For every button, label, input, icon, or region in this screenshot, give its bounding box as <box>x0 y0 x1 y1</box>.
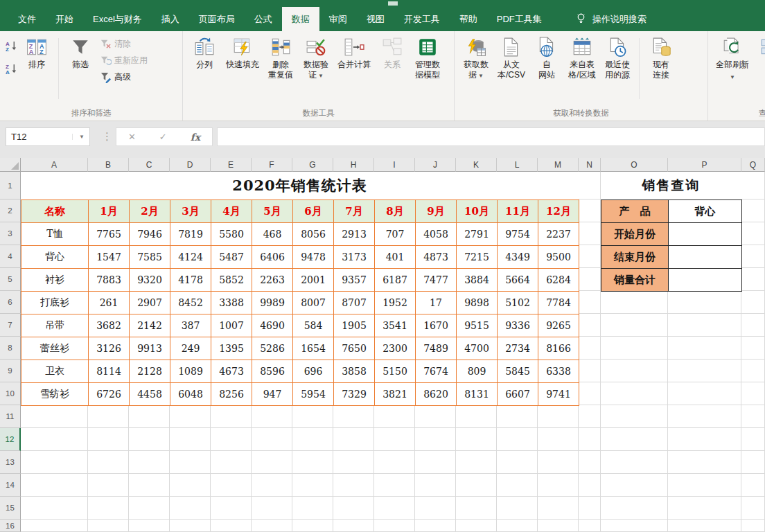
value-cell[interactable]: 707 <box>375 223 416 246</box>
value-cell[interactable]: 6284 <box>538 269 579 292</box>
value-cell[interactable]: 7329 <box>334 383 375 406</box>
cell[interactable] <box>741 451 765 474</box>
product-name-cell[interactable]: T恤 <box>21 223 89 246</box>
product-name-cell[interactable]: 吊带 <box>21 314 89 337</box>
cell[interactable] <box>252 474 292 497</box>
value-cell[interactable]: 1654 <box>293 337 334 360</box>
column-header-Q[interactable]: Q <box>741 158 765 172</box>
column-header-A[interactable]: A <box>21 158 88 172</box>
header-cell[interactable]: 9月 <box>416 200 457 223</box>
row-header-2[interactable]: 2 <box>0 200 21 222</box>
row-header-11[interactable]: 11 <box>0 405 21 428</box>
cell[interactable] <box>170 405 211 428</box>
column-header-M[interactable]: M <box>538 158 579 172</box>
cell[interactable] <box>21 451 88 474</box>
column-header-I[interactable]: I <box>374 158 415 172</box>
cell[interactable] <box>129 428 170 451</box>
cell[interactable] <box>741 172 765 200</box>
cell[interactable] <box>252 520 292 532</box>
value-cell[interactable]: 1007 <box>211 314 252 337</box>
header-cell[interactable]: 2月 <box>130 200 170 223</box>
cell[interactable] <box>456 474 497 497</box>
value-cell[interactable]: 4690 <box>252 314 293 337</box>
cell[interactable] <box>668 428 741 451</box>
cell[interactable] <box>333 520 374 532</box>
cell[interactable] <box>292 497 333 520</box>
value-cell[interactable]: 9500 <box>538 246 579 269</box>
header-cell[interactable]: 11月 <box>498 200 538 223</box>
row-header-13[interactable]: 13 <box>0 451 21 474</box>
cell[interactable] <box>170 428 211 451</box>
queries-partial-button[interactable] <box>755 35 765 61</box>
cell[interactable] <box>415 451 456 474</box>
cell[interactable] <box>668 291 741 314</box>
value-cell[interactable]: 2263 <box>252 269 293 292</box>
cell[interactable] <box>88 497 129 520</box>
header-cell[interactable]: 1月 <box>89 200 130 223</box>
select-all-corner[interactable] <box>0 158 21 172</box>
cell[interactable] <box>601 291 668 314</box>
value-cell[interactable]: 3682 <box>89 314 130 337</box>
cell[interactable] <box>538 497 579 520</box>
value-cell[interactable]: 7650 <box>334 337 375 360</box>
cell[interactable] <box>374 474 415 497</box>
row-header-9[interactable]: 9 <box>0 360 21 382</box>
advanced-filter-button[interactable]: 高级 <box>100 71 148 84</box>
cell[interactable] <box>211 451 252 474</box>
text-to-columns-button[interactable]: 分列 <box>188 35 220 71</box>
header-cell[interactable]: 8月 <box>375 200 416 223</box>
cell[interactable] <box>741 268 765 291</box>
value-cell[interactable]: 5102 <box>498 292 538 314</box>
value-cell[interactable]: 696 <box>293 360 334 383</box>
row-header-16[interactable]: 16 <box>0 520 21 532</box>
cell[interactable] <box>497 405 538 428</box>
column-header-C[interactable]: C <box>129 158 170 172</box>
value-cell[interactable]: 468 <box>252 223 293 246</box>
from-text-csv-button[interactable]: 从文本/CSV <box>495 35 527 82</box>
tab-view[interactable]: 视图 <box>357 7 394 31</box>
product-name-cell[interactable]: 背心 <box>21 246 89 269</box>
cell[interactable] <box>374 405 415 428</box>
cell[interactable] <box>497 451 538 474</box>
tab-data[interactable]: 数据 <box>282 7 319 31</box>
column-header-P[interactable]: P <box>668 158 741 172</box>
cell[interactable] <box>88 428 129 451</box>
value-cell[interactable]: 1547 <box>89 246 130 269</box>
value-cell[interactable]: 5286 <box>252 337 293 360</box>
column-header-G[interactable]: G <box>292 158 333 172</box>
cell[interactable] <box>292 520 333 532</box>
header-cell[interactable]: 12月 <box>538 200 579 223</box>
cell[interactable] <box>579 382 601 405</box>
value-cell[interactable]: 9515 <box>457 314 498 337</box>
consolidate-button[interactable]: 合并计算 <box>335 35 373 71</box>
row-header-1[interactable]: 1 <box>0 172 21 200</box>
query-value-cell[interactable]: 背心 <box>669 200 742 223</box>
cell[interactable] <box>456 428 497 451</box>
cell[interactable] <box>129 520 170 532</box>
cell[interactable] <box>333 405 374 428</box>
cell[interactable] <box>415 497 456 520</box>
value-cell[interactable]: 249 <box>170 337 211 360</box>
value-cell[interactable]: 7674 <box>416 360 457 383</box>
row-header-10[interactable]: 10 <box>0 382 21 405</box>
value-cell[interactable]: 584 <box>293 314 334 337</box>
cell[interactable] <box>456 451 497 474</box>
cell[interactable] <box>579 314 601 337</box>
cell[interactable] <box>333 474 374 497</box>
column-header-D[interactable]: D <box>170 158 211 172</box>
value-cell[interactable]: 5487 <box>211 246 252 269</box>
value-cell[interactable]: 9265 <box>538 314 579 337</box>
query-value-cell[interactable] <box>669 269 742 292</box>
value-cell[interactable]: 8596 <box>252 360 293 383</box>
cell[interactable] <box>579 200 601 222</box>
column-header-K[interactable]: K <box>456 158 497 172</box>
cell[interactable] <box>211 520 252 532</box>
value-cell[interactable]: 3541 <box>375 314 416 337</box>
query-value-cell[interactable] <box>669 223 742 246</box>
cell[interactable] <box>21 405 88 428</box>
cell[interactable] <box>88 474 129 497</box>
cell[interactable] <box>601 451 668 474</box>
cell[interactable] <box>668 474 741 497</box>
tab-home[interactable]: 开始 <box>46 7 83 31</box>
cell[interactable] <box>497 428 538 451</box>
